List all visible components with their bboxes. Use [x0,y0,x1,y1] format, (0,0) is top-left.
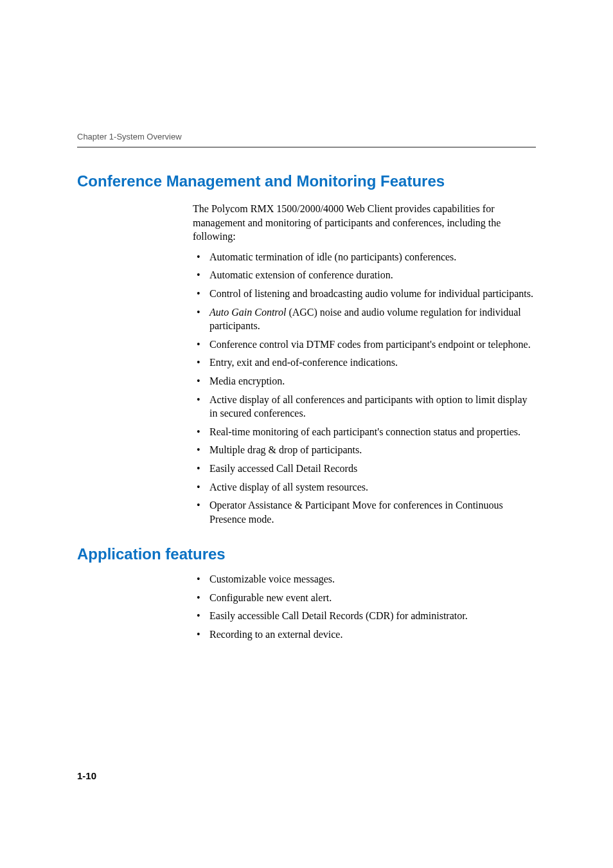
conference-feature-list: Automatic termination of idle (no partic… [193,250,533,527]
application-features-body: Customizable voice messages. Configurabl… [193,572,533,641]
list-item: Easily accessed Call Detail Records [193,462,533,476]
page: Chapter 1-System Overview Conference Man… [0,0,613,868]
list-item: Entry, exit and end-of-conference indica… [193,356,533,370]
list-item: Configurable new event alert. [193,591,533,605]
list-item: Multiple drag & drop of participants. [193,443,533,457]
list-item: Media encryption. [193,374,533,388]
header-rule [77,147,536,148]
intro-paragraph: The Polycom RMX 1500/2000/4000 Web Clien… [193,202,533,244]
heading-application-features: Application features [77,545,536,563]
list-item: Conference control via DTMF codes from p… [193,338,533,352]
list-item: Recording to an external device. [193,628,533,642]
list-item: Active display of all system resources. [193,480,533,494]
list-item: Real-time monitoring of each participant… [193,425,533,439]
running-header: Chapter 1-System Overview [77,132,536,141]
list-item: Automatic termination of idle (no partic… [193,250,533,264]
agc-term: Auto Gain Control [209,307,286,318]
application-feature-list: Customizable voice messages. Configurabl… [193,572,533,641]
list-item: Auto Gain Control (AGC) noise and audio … [193,305,533,333]
list-item: Easily accessible Call Detail Records (C… [193,609,533,623]
list-item: Control of listening and broadcasting au… [193,287,533,301]
list-item: Operator Assistance & Participant Move f… [193,498,533,526]
conference-management-body: The Polycom RMX 1500/2000/4000 Web Clien… [193,202,533,526]
list-item: Automatic extension of conference durati… [193,268,533,282]
page-number: 1-10 [77,770,96,781]
list-item: Customizable voice messages. [193,572,533,586]
list-item: Active display of all conferences and pa… [193,393,533,420]
heading-conference-management: Conference Management and Monitoring Fea… [77,172,536,190]
